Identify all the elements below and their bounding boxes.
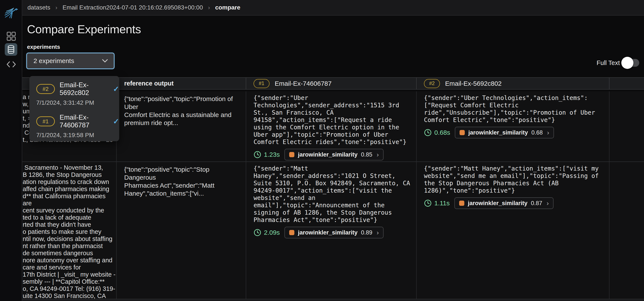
- reference-output-header: reference output: [116, 77, 246, 90]
- experiments-select[interactable]: 2 experiments: [26, 53, 114, 69]
- feedback-chip[interactable]: jarowinkler_similarity 0.87 ›: [454, 197, 554, 209]
- experiments-label: experiments: [27, 44, 60, 50]
- experiments-select-value: 2 experiments: [34, 57, 74, 64]
- breadcrumb-dataset-name[interactable]: Email Extraction2024-07-01 20:16:02.6950…: [63, 4, 203, 11]
- feedback-value: 0.87: [531, 200, 542, 207]
- full-text-label: Full Text: [597, 60, 620, 66]
- extra-cell: [610, 162, 644, 299]
- reference-text: {"tone":"positive","topic":"Stop Dangero…: [116, 162, 246, 197]
- experiment1-json: {"sender":"Matt Haney","sender_address":…: [246, 162, 416, 224]
- feedback-chip[interactable]: jarowinkler_similarity 0.89 ›: [284, 227, 384, 238]
- experiment2-column-header[interactable]: #2 Email-Ex-5692c802: [416, 77, 610, 90]
- experiment-timestamp: 7/1/2024, 3:31:42 PM: [36, 99, 119, 106]
- rank-badge: #1: [36, 116, 55, 126]
- latency-value: 1.11s: [434, 200, 450, 207]
- reference-text: {"tone":"positive","topic":"Promotion of…: [116, 91, 246, 127]
- feedback-value: 0.89: [361, 229, 372, 236]
- rank-badge: #2: [36, 84, 55, 94]
- experiment-name: Email-Ex-74606787: [60, 114, 108, 129]
- table-bottom-strip: [22, 299, 644, 301]
- rank-badge: #1: [254, 79, 270, 88]
- chevron-right-icon: ›: [546, 200, 549, 207]
- breadcrumb-datasets[interactable]: datasets: [28, 4, 50, 11]
- reference-output-cell[interactable]: {"tone":"positive","topic":"Promotion of…: [116, 91, 246, 162]
- latency-value: 1.23s: [264, 151, 280, 158]
- sidebar-item-datasets-active[interactable]: [5, 43, 17, 56]
- toggle-knob[interactable]: [621, 57, 634, 69]
- feedback-chip[interactable]: jarowinkler_similarity 0.85 ›: [284, 149, 384, 160]
- feedback-name: jarowinkler_similarity: [298, 229, 358, 236]
- experiment-option[interactable]: #1 Email-Ex-74606787 ✓ 7/1/2024, 3:19:58…: [36, 114, 119, 138]
- chevron-right-icon: ›: [547, 129, 549, 136]
- apps-grid-icon[interactable]: [0, 32, 22, 41]
- chevron-right-icon: ›: [377, 229, 379, 236]
- experiment1-json: {"sender":"Uber Technologies","sender_ad…: [246, 91, 416, 146]
- feedback-name: jarowinkler_similarity: [298, 151, 358, 158]
- input-text: Sacramento - November 13, B 1286, the St…: [22, 162, 116, 299]
- experiment2-json: {"sender":"Matt Haney","action_items":["…: [416, 162, 609, 194]
- feedback-swatch-icon: [460, 130, 465, 135]
- latency: 0.68s: [424, 129, 450, 136]
- experiment1-column-header[interactable]: #1 Email-Ex-74606787: [246, 77, 416, 90]
- chevron-right-icon: ›: [377, 151, 379, 158]
- latency: 2.09s: [254, 229, 280, 236]
- clock-icon: [424, 199, 432, 207]
- experiments-dropdown-menu: #2 Email-Ex-5692c802 ✓ 7/1/2024, 3:31:42…: [29, 76, 119, 141]
- input-cell[interactable]: Sacramento - November 13, B 1286, the St…: [22, 162, 116, 299]
- feedback-value: 0.85: [361, 151, 372, 158]
- sidebar: [0, 0, 22, 301]
- experiment2-json: {"sender":"Uber Technologies","action_it…: [416, 91, 609, 124]
- reference-output-cell[interactable]: {"tone":"positive","topic":"Stop Dangero…: [116, 162, 246, 299]
- experiment2-header-name: Email-Ex-5692c802: [445, 80, 502, 87]
- full-text-control: Full Text: [597, 59, 639, 67]
- breadcrumb-compare: compare: [215, 4, 240, 11]
- check-icon: ✓: [113, 85, 120, 93]
- page-title: Compare Experiments: [27, 22, 141, 36]
- full-text-toggle[interactable]: [623, 59, 639, 67]
- experiment-option[interactable]: #2 Email-Ex-5692c802 ✓ 7/1/2024, 3:31:42…: [36, 81, 119, 106]
- code-icon[interactable]: [0, 61, 22, 68]
- feedback-name: jarowinkler_similarity: [468, 129, 528, 136]
- latency: 1.23s: [254, 151, 280, 158]
- experiment2-output-cell[interactable]: {"sender":"Matt Haney","action_items":["…: [416, 162, 610, 299]
- extra-cell: [610, 91, 644, 162]
- clock-icon: [254, 151, 261, 158]
- experiment-name: Email-Ex-5692c802: [60, 81, 108, 97]
- breadcrumb: datasets › Email Extraction2024-07-01 20…: [22, 0, 644, 16]
- experiment1-header-name: Email-Ex-74606787: [275, 80, 332, 87]
- breadcrumb-separator-icon: ›: [208, 4, 210, 11]
- brand-logo-icon[interactable]: [4, 4, 18, 20]
- feedback-name: jarowinkler_similarity: [468, 200, 528, 207]
- experiment1-output-cell[interactable]: {"sender":"Uber Technologies","sender_ad…: [246, 91, 416, 162]
- latency-value: 2.09s: [264, 229, 280, 236]
- feedback-value: 0.68: [532, 129, 543, 136]
- experiment-timestamp: 7/1/2024, 3:19:58 PM: [36, 132, 119, 138]
- database-icon: [7, 45, 15, 54]
- extra-column-header: [610, 77, 644, 90]
- feedback-swatch-icon: [289, 230, 294, 235]
- check-icon: ✓: [113, 117, 120, 126]
- latency-value: 0.68s: [434, 129, 450, 136]
- experiment2-output-cell[interactable]: {"sender":"Uber Technologies","action_it…: [416, 91, 610, 162]
- chevron-down-icon: [102, 59, 108, 63]
- clock-icon: [424, 129, 432, 136]
- feedback-chip[interactable]: jarowinkler_similarity 0.68 ›: [455, 127, 554, 138]
- reference-output-header-label: reference output: [116, 80, 174, 87]
- breadcrumb-separator-icon: ›: [56, 4, 58, 11]
- feedback-swatch-icon: [459, 200, 464, 206]
- clock-icon: [254, 229, 261, 236]
- latency: 1.11s: [424, 199, 450, 207]
- feedback-swatch-icon: [289, 152, 294, 157]
- rank-badge: #2: [424, 79, 440, 88]
- experiment1-output-cell[interactable]: {"sender":"Matt Haney","sender_address":…: [246, 162, 416, 299]
